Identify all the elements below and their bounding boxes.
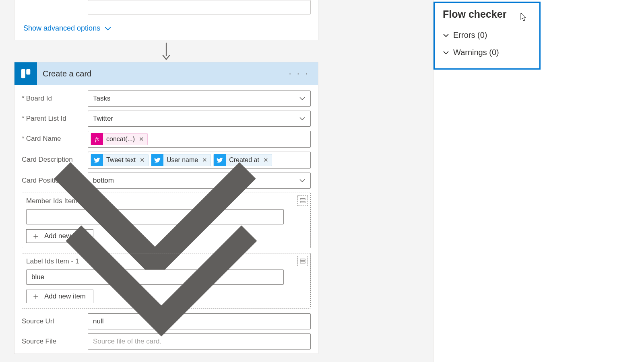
action-title: Create a card <box>43 69 286 78</box>
warnings-label: Warnings (0) <box>453 48 499 57</box>
flow-canvas: Show advanced options Create a card · · … <box>14 0 318 354</box>
errors-section[interactable]: Errors (0) <box>443 27 533 44</box>
connector-arrow <box>14 40 318 62</box>
label-ids-value: blue <box>31 273 44 281</box>
svg-rect-6 <box>300 259 305 261</box>
show-advanced-label: Show advanced options <box>23 24 100 33</box>
create-card-action: Create a card · · · *Board Id Tasks *Par… <box>14 62 318 354</box>
errors-label: Errors (0) <box>453 31 487 40</box>
cursor-icon <box>520 12 527 22</box>
chevron-down-icon <box>44 160 279 362</box>
previous-action-card: Show advanced options <box>14 0 318 40</box>
trello-icon <box>14 62 37 85</box>
previous-field-input[interactable] <box>88 0 311 14</box>
label-ids-array: Label Ids Item - 1 blue ＋ Add new item <box>22 253 311 309</box>
switch-array-mode-icon[interactable] <box>297 256 308 266</box>
action-menu-icon[interactable]: · · · <box>286 68 312 79</box>
svg-rect-5 <box>300 202 305 203</box>
flow-checker-title: Flow checker <box>443 8 533 20</box>
chevron-down-icon <box>104 25 111 32</box>
chevron-down-icon <box>299 115 305 122</box>
right-panel: Flow checker Errors (0) Warnings (0) <box>433 0 644 362</box>
chevron-down-icon <box>299 177 305 184</box>
svg-rect-3 <box>26 69 30 75</box>
chevron-down-icon <box>443 49 449 56</box>
action-header[interactable]: Create a card · · · <box>14 62 318 85</box>
add-label-item-button[interactable]: ＋ Add new item <box>26 290 93 303</box>
svg-rect-4 <box>300 199 305 200</box>
show-advanced-toggle[interactable]: Show advanced options <box>14 19 318 40</box>
chevron-down-icon <box>299 95 305 102</box>
switch-array-mode-icon[interactable] <box>297 195 308 206</box>
warnings-section[interactable]: Warnings (0) <box>443 44 533 61</box>
plus-icon: ＋ <box>31 292 40 301</box>
flow-checker-panel: Flow checker Errors (0) Warnings (0) <box>433 2 541 70</box>
label-ids-select[interactable]: blue <box>26 269 284 285</box>
svg-rect-7 <box>300 262 305 263</box>
chevron-down-icon <box>443 32 449 39</box>
plus-icon: ＋ <box>31 232 40 241</box>
svg-rect-2 <box>21 69 25 78</box>
add-item-label: Add new item <box>44 292 86 300</box>
